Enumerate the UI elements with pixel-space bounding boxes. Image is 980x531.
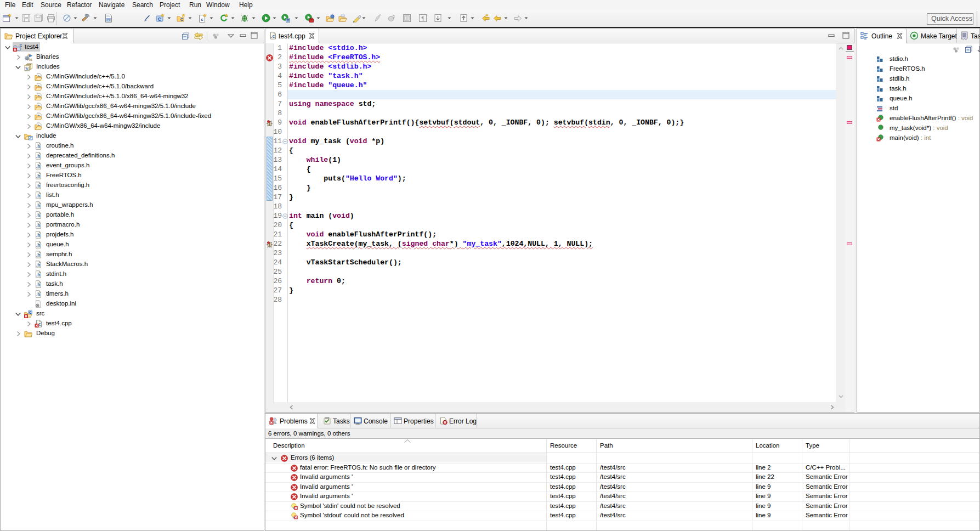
svg-text:.h: .h (36, 144, 41, 149)
svg-text:.h: .h (36, 163, 41, 169)
svg-text:.h: .h (36, 233, 41, 238)
svg-text:.h: .h (36, 272, 41, 278)
svg-text:.h: .h (36, 183, 41, 189)
svg-text:¶: ¶ (422, 15, 424, 21)
svg-text:h: h (26, 67, 28, 71)
svg-text:01: 01 (29, 58, 32, 61)
svg-text:.c: .c (271, 33, 275, 39)
svg-text:.h: .h (36, 252, 41, 258)
svg-text:.h: .h (36, 193, 41, 199)
svg-text:.h: .h (36, 262, 41, 268)
svg-text:.h: .h (36, 173, 41, 179)
svg-text:.h: .h (36, 282, 41, 287)
svg-text:.h: .h (36, 242, 41, 248)
svg-text:.h: .h (36, 203, 41, 208)
svg-text:.h: .h (36, 223, 41, 228)
svg-text:010: 010 (106, 18, 111, 21)
svg-text:C: C (158, 16, 162, 22)
svg-text:C: C (180, 17, 184, 22)
svg-text:C: C (20, 43, 22, 47)
svg-text:c: c (201, 17, 203, 22)
svg-text:C: C (29, 310, 32, 314)
svg-text:.h: .h (36, 292, 41, 297)
svg-text:.h: .h (36, 154, 41, 159)
svg-text:.h: .h (36, 213, 41, 218)
